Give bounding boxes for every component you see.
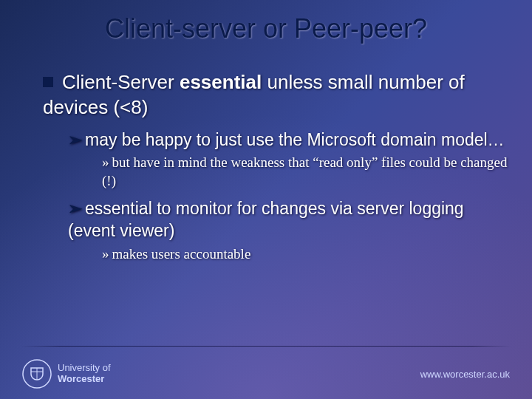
bullet-level2: ➢essential to monitor for changes via se…: [68, 198, 510, 242]
bullet-level3: »makes users accountable: [102, 245, 510, 264]
raquo-icon: »: [102, 246, 109, 262]
sub2a-text: makes users accountable: [112, 246, 251, 262]
footer-url: www.worcester.ac.uk: [420, 369, 510, 380]
university-logo: University of Worcester: [22, 359, 111, 389]
sub1-text: may be happy to just use the Microsoft d…: [85, 130, 505, 149]
slide-title: Client-server or Peer-peer?: [0, 13, 532, 44]
bullet1-text-bold: essential: [180, 71, 262, 93]
sub2-text: essential to monitor for changes via ser…: [68, 199, 464, 240]
bullet-level2: ➢may be happy to just use the Microsoft …: [68, 129, 510, 151]
chevron-right-icon: ➢: [68, 199, 82, 218]
logo-line2: Worcester: [58, 374, 111, 385]
footer-divider: [21, 346, 511, 347]
logo-text: University of Worcester: [58, 363, 111, 385]
bullet-level3: »but have in mind the weakness that “rea…: [102, 154, 510, 190]
bullet1-text-plain: Client-Server: [62, 71, 180, 93]
slide-footer: University of Worcester www.worcester.ac…: [0, 341, 532, 399]
square-bullet-icon: [43, 77, 53, 87]
slide-body: Client-Server essential unless small num…: [43, 70, 510, 270]
raquo-icon: »: [102, 154, 109, 170]
chevron-right-icon: ➢: [68, 130, 82, 149]
crest-icon: [22, 359, 52, 389]
sub1a-text: but have in mind the weakness that “read…: [102, 154, 508, 188]
logo-line1: University of: [58, 362, 111, 373]
bullet-level1: Client-Server essential unless small num…: [43, 70, 510, 120]
